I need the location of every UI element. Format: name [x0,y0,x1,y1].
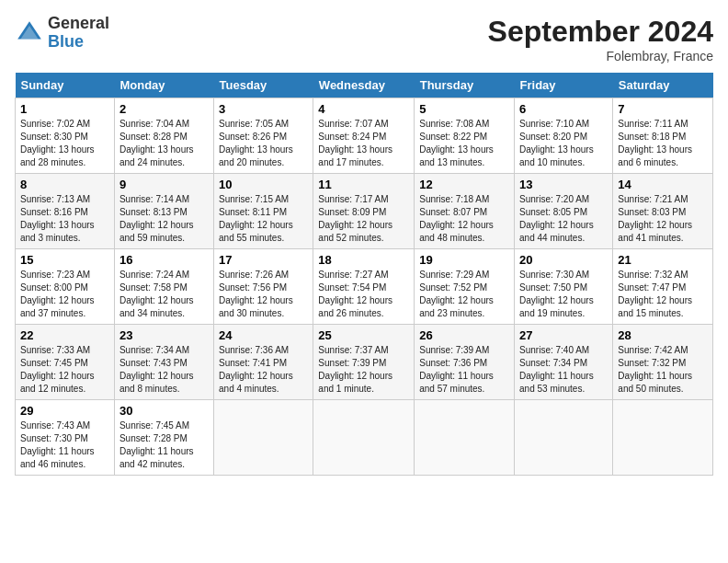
day-number: 6 [519,102,608,116]
calendar-table: Sunday Monday Tuesday Wednesday Thursday… [15,73,713,476]
calendar-week-row: 29Sunrise: 7:43 AM Sunset: 7:30 PM Dayli… [16,400,713,476]
calendar-subtitle: Folembray, France [488,49,713,63]
calendar-day-cell: 7Sunrise: 7:11 AM Sunset: 8:18 PM Daylig… [613,98,713,174]
calendar-day-cell: 4Sunrise: 7:07 AM Sunset: 8:24 PM Daylig… [313,98,415,174]
day-number: 4 [318,102,409,116]
calendar-day-cell: 16Sunrise: 7:24 AM Sunset: 7:58 PM Dayli… [114,249,213,325]
day-info: Sunrise: 7:14 AM Sunset: 8:13 PM Dayligh… [119,193,209,245]
day-info: Sunrise: 7:18 AM Sunset: 8:07 PM Dayligh… [419,193,509,245]
header-saturday: Saturday [613,73,713,98]
day-info: Sunrise: 7:02 AM Sunset: 8:30 PM Dayligh… [20,118,109,169]
calendar-day-cell: 19Sunrise: 7:29 AM Sunset: 7:52 PM Dayli… [415,249,515,325]
logo-icon [15,18,44,48]
calendar-day-cell: 6Sunrise: 7:10 AM Sunset: 8:20 PM Daylig… [515,98,613,174]
day-info: Sunrise: 7:32 AM Sunset: 7:47 PM Dayligh… [618,269,708,320]
day-number: 26 [419,328,509,342]
calendar-day-cell: 11Sunrise: 7:17 AM Sunset: 8:09 PM Dayli… [313,174,415,249]
day-info: Sunrise: 7:40 AM Sunset: 7:34 PM Dayligh… [519,344,608,396]
calendar-week-row: 1Sunrise: 7:02 AM Sunset: 8:30 PM Daylig… [16,98,713,174]
calendar-day-cell [214,400,313,476]
day-info: Sunrise: 7:34 AM Sunset: 7:43 PM Dayligh… [119,344,209,396]
day-number: 21 [618,253,708,267]
calendar-day-cell: 20Sunrise: 7:30 AM Sunset: 7:50 PM Dayli… [515,249,613,325]
header-sunday: Sunday [16,73,115,98]
day-number: 3 [219,102,308,116]
day-info: Sunrise: 7:04 AM Sunset: 8:28 PM Dayligh… [119,118,209,169]
calendar-day-cell: 3Sunrise: 7:05 AM Sunset: 8:26 PM Daylig… [214,98,313,174]
header-thursday: Thursday [415,73,515,98]
day-number: 15 [20,253,109,267]
calendar-day-cell: 27Sunrise: 7:40 AM Sunset: 7:34 PM Dayli… [515,325,613,400]
calendar-day-cell: 30Sunrise: 7:45 AM Sunset: 7:28 PM Dayli… [114,400,213,476]
day-info: Sunrise: 7:24 AM Sunset: 7:58 PM Dayligh… [119,269,209,320]
day-info: Sunrise: 7:13 AM Sunset: 8:16 PM Dayligh… [20,193,109,245]
day-number: 17 [219,253,308,267]
calendar-day-cell: 10Sunrise: 7:15 AM Sunset: 8:11 PM Dayli… [214,174,313,249]
day-number: 14 [618,178,708,191]
calendar-title: September 2024 [488,15,713,49]
day-info: Sunrise: 7:05 AM Sunset: 8:26 PM Dayligh… [219,118,308,169]
page-header: General Blue September 2024 Folembray, F… [15,15,713,63]
calendar-day-cell: 21Sunrise: 7:32 AM Sunset: 7:47 PM Dayli… [613,249,713,325]
calendar-day-cell [313,400,415,476]
calendar-week-row: 15Sunrise: 7:23 AM Sunset: 8:00 PM Dayli… [16,249,713,325]
logo-blue-text: Blue [48,33,109,52]
calendar-day-cell: 5Sunrise: 7:08 AM Sunset: 8:22 PM Daylig… [415,98,515,174]
day-info: Sunrise: 7:10 AM Sunset: 8:20 PM Dayligh… [519,118,608,169]
calendar-day-cell: 13Sunrise: 7:20 AM Sunset: 8:05 PM Dayli… [515,174,613,249]
day-number: 20 [519,253,608,267]
calendar-day-cell: 1Sunrise: 7:02 AM Sunset: 8:30 PM Daylig… [16,98,115,174]
calendar-day-cell: 22Sunrise: 7:33 AM Sunset: 7:45 PM Dayli… [16,325,115,400]
calendar-day-cell: 17Sunrise: 7:26 AM Sunset: 7:56 PM Dayli… [214,249,313,325]
calendar-header-row: Sunday Monday Tuesday Wednesday Thursday… [16,73,713,98]
day-info: Sunrise: 7:29 AM Sunset: 7:52 PM Dayligh… [419,269,509,320]
day-number: 8 [20,178,109,191]
calendar-day-cell [415,400,515,476]
calendar-day-cell: 12Sunrise: 7:18 AM Sunset: 8:07 PM Dayli… [415,174,515,249]
title-block: September 2024 Folembray, France [488,15,713,63]
day-info: Sunrise: 7:20 AM Sunset: 8:05 PM Dayligh… [519,193,608,245]
logo-general-text: General [48,15,109,33]
calendar-day-cell: 26Sunrise: 7:39 AM Sunset: 7:36 PM Dayli… [415,325,515,400]
day-number: 13 [519,178,608,191]
day-number: 27 [519,328,608,342]
day-info: Sunrise: 7:45 AM Sunset: 7:28 PM Dayligh… [119,419,209,471]
day-number: 23 [119,328,209,342]
calendar-day-cell: 29Sunrise: 7:43 AM Sunset: 7:30 PM Dayli… [16,400,115,476]
day-info: Sunrise: 7:08 AM Sunset: 8:22 PM Dayligh… [419,118,509,169]
calendar-day-cell: 15Sunrise: 7:23 AM Sunset: 8:00 PM Dayli… [16,249,115,325]
day-info: Sunrise: 7:30 AM Sunset: 7:50 PM Dayligh… [519,269,608,320]
header-monday: Monday [114,73,213,98]
logo: General Blue [15,15,109,52]
calendar-day-cell: 23Sunrise: 7:34 AM Sunset: 7:43 PM Dayli… [114,325,213,400]
day-info: Sunrise: 7:17 AM Sunset: 8:09 PM Dayligh… [318,193,409,245]
day-number: 7 [618,102,708,116]
day-number: 12 [419,178,509,191]
day-info: Sunrise: 7:23 AM Sunset: 8:00 PM Dayligh… [20,269,109,320]
calendar-week-row: 22Sunrise: 7:33 AM Sunset: 7:45 PM Dayli… [16,325,713,400]
day-number: 18 [318,253,409,267]
day-number: 29 [20,404,109,418]
calendar-week-row: 8Sunrise: 7:13 AM Sunset: 8:16 PM Daylig… [16,174,713,249]
calendar-day-cell: 18Sunrise: 7:27 AM Sunset: 7:54 PM Dayli… [313,249,415,325]
day-info: Sunrise: 7:27 AM Sunset: 7:54 PM Dayligh… [318,269,409,320]
calendar-day-cell: 28Sunrise: 7:42 AM Sunset: 7:32 PM Dayli… [613,325,713,400]
calendar-day-cell [613,400,713,476]
day-number: 9 [119,178,209,191]
day-number: 19 [419,253,509,267]
day-info: Sunrise: 7:36 AM Sunset: 7:41 PM Dayligh… [219,344,308,396]
day-info: Sunrise: 7:42 AM Sunset: 7:32 PM Dayligh… [618,344,708,396]
calendar-day-cell: 8Sunrise: 7:13 AM Sunset: 8:16 PM Daylig… [16,174,115,249]
header-friday: Friday [515,73,613,98]
header-tuesday: Tuesday [214,73,313,98]
day-number: 30 [119,404,209,418]
day-info: Sunrise: 7:33 AM Sunset: 7:45 PM Dayligh… [20,344,109,396]
day-info: Sunrise: 7:15 AM Sunset: 8:11 PM Dayligh… [219,193,308,245]
day-info: Sunrise: 7:21 AM Sunset: 8:03 PM Dayligh… [618,193,708,245]
day-info: Sunrise: 7:11 AM Sunset: 8:18 PM Dayligh… [618,118,708,169]
day-number: 24 [219,328,308,342]
day-number: 16 [119,253,209,267]
calendar-day-cell: 24Sunrise: 7:36 AM Sunset: 7:41 PM Dayli… [214,325,313,400]
day-info: Sunrise: 7:26 AM Sunset: 7:56 PM Dayligh… [219,269,308,320]
header-wednesday: Wednesday [313,73,415,98]
